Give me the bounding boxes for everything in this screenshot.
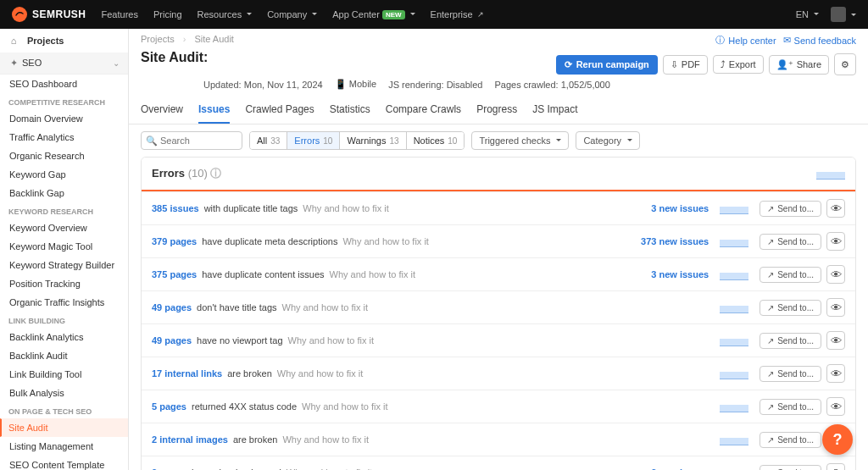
send-to-button[interactable]: ↗Send to...	[760, 234, 821, 250]
send-to-button[interactable]: ↗Send to...	[760, 432, 821, 448]
table-row: 17 internal linksare brokenWhy and how t…	[142, 357, 855, 390]
tab-issues[interactable]: Issues	[198, 97, 230, 124]
issue-link[interactable]: 375 pages	[152, 269, 197, 279]
why-fix-link[interactable]: Why and how to fix it	[302, 401, 388, 412]
topnav-resources[interactable]: Resources	[198, 9, 253, 19]
send-to-button[interactable]: ↗Send to...	[760, 300, 821, 316]
user-menu[interactable]	[831, 7, 856, 22]
hide-button[interactable]: 👁	[826, 463, 845, 470]
help-center-link[interactable]: ⓘHelp center	[715, 34, 776, 47]
issue-link[interactable]: 385 issues	[152, 203, 199, 213]
sidebar-item-seo-dashboard[interactable]: SEO Dashboard	[0, 75, 128, 93]
hide-button[interactable]: 👁	[826, 232, 845, 251]
sidebar-item-bulk-analysis[interactable]: Bulk Analysis	[0, 384, 128, 402]
issue-link[interactable]: 49 pages	[152, 302, 192, 312]
new-badge: NEW	[382, 10, 405, 19]
crawled-label: Pages crawled: 1,052/5,000	[494, 80, 609, 90]
eye-icon: 👁	[831, 368, 842, 380]
rerun-campaign-button[interactable]: ⟳Rerun campaign	[556, 55, 658, 75]
tab-overview[interactable]: Overview	[141, 97, 183, 124]
lang-select[interactable]: EN	[796, 9, 819, 19]
sidebar-item-keyword-overview[interactable]: Keyword Overview	[0, 218, 128, 237]
filter-pill-notices[interactable]: Notices10	[407, 132, 465, 149]
topnav-pricing[interactable]: Pricing	[153, 9, 182, 19]
topnav-features[interactable]: Features	[102, 9, 138, 19]
help-fab[interactable]: ?	[822, 424, 853, 455]
why-fix-link[interactable]: Why and how to fix it	[282, 434, 369, 445]
send-to-button[interactable]: ↗Send to...	[760, 267, 821, 283]
sidebar-item-keyword-strategy-builder[interactable]: Keyword Strategy Builder	[0, 256, 128, 274]
category-dropdown[interactable]: Category	[576, 131, 640, 150]
tab-compare-crawls[interactable]: Compare Crawls	[386, 97, 461, 124]
sidebar-item-listing-management[interactable]: Listing Management	[0, 437, 128, 456]
filter-pill-warnings[interactable]: Warnings13	[340, 132, 406, 149]
issue-link[interactable]: 49 pages	[152, 335, 192, 346]
filter-pill-all[interactable]: All33	[250, 132, 287, 149]
issue-link[interactable]: 2 internal images	[152, 434, 228, 445]
sidebar-item-traffic-analytics[interactable]: Traffic Analytics	[0, 128, 128, 147]
send-to-button[interactable]: ↗Send to...	[760, 366, 821, 382]
topnav-company[interactable]: Company	[267, 9, 317, 19]
sidebar-item-backlink-analytics[interactable]: Backlink Analytics	[0, 328, 128, 346]
export-button[interactable]: ⤴Export	[713, 55, 764, 74]
sidebar-item-keyword-magic-tool[interactable]: Keyword Magic Tool	[0, 237, 128, 256]
table-row: 2 pageshave slow load speedWhy and how t…	[142, 456, 855, 470]
sidebar-section-seo[interactable]: ✦SEO ⌄	[0, 53, 128, 75]
send-feedback-link[interactable]: ✉Send feedback	[783, 35, 856, 46]
header-actions: ⟳Rerun campaign ⇩PDF ⤴Export 👤⁺Share ⚙	[556, 50, 856, 75]
send-to-button[interactable]: ↗Send to...	[760, 399, 821, 415]
sidebar-item-site-audit[interactable]: Site Audit	[0, 418, 128, 437]
sidebar-projects[interactable]: ⌂ Projects	[0, 29, 128, 53]
question-icon: ?	[833, 431, 843, 449]
tab-progress[interactable]: Progress	[476, 97, 517, 124]
sidebar-item-backlink-gap[interactable]: Backlink Gap	[0, 184, 128, 202]
sidebar-item-domain-overview[interactable]: Domain Overview	[0, 109, 128, 128]
topnav-app-center[interactable]: App CenterNEW	[332, 9, 415, 19]
hide-button[interactable]: 👁	[826, 265, 845, 284]
why-fix-link[interactable]: Why and how to fix it	[342, 236, 429, 246]
why-fix-link[interactable]: Why and how to fix it	[288, 335, 375, 346]
sidebar-item-backlink-audit[interactable]: Backlink Audit	[0, 346, 128, 365]
why-fix-link[interactable]: Why and how to fix it	[303, 203, 389, 213]
info-icon[interactable]: ⓘ	[210, 167, 221, 180]
breadcrumb-site-audit[interactable]: Site Audit	[194, 34, 233, 44]
why-fix-link[interactable]: Why and how to fix it	[277, 368, 364, 379]
info-icon: ⓘ	[715, 34, 725, 47]
table-row: 49 pageshave no viewport tagWhy and how …	[142, 323, 855, 357]
pdf-button[interactable]: ⇩PDF	[663, 55, 708, 75]
issue-link[interactable]: 379 pages	[152, 236, 197, 246]
hide-button[interactable]: 👁	[826, 397, 845, 416]
sidebar-item-organic-research[interactable]: Organic Research	[0, 147, 128, 165]
sidebar-item-position-tracking[interactable]: Position Tracking	[0, 274, 128, 293]
why-fix-link[interactable]: Why and how to fix it	[330, 269, 416, 279]
send-to-button[interactable]: ↗Send to...	[760, 333, 821, 349]
sidebar-item-keyword-gap[interactable]: Keyword Gap	[0, 165, 128, 184]
why-fix-link[interactable]: Why and how to fix it	[282, 302, 369, 312]
hide-button[interactable]: 👁	[826, 331, 845, 350]
sidebar-item-link-building-tool[interactable]: Link Building Tool	[0, 365, 128, 384]
breadcrumb-projects[interactable]: Projects	[141, 34, 175, 44]
brand-text: SEMRUSH	[32, 8, 86, 20]
settings-button[interactable]: ⚙	[834, 53, 856, 75]
brand-logo[interactable]: SEMRUSH	[12, 7, 86, 22]
tab-crawled-pages[interactable]: Crawled Pages	[245, 97, 314, 124]
sparkline	[720, 434, 748, 445]
tab-js-impact[interactable]: JS Impact	[532, 97, 577, 124]
hide-button[interactable]: 👁	[826, 199, 845, 218]
table-count: (10)	[188, 167, 208, 180]
triggered-checks-dropdown[interactable]: Triggered checks	[471, 131, 569, 150]
brand-icon	[12, 7, 27, 22]
tab-statistics[interactable]: Statistics	[330, 97, 370, 124]
filter-pill-errors[interactable]: Errors10	[287, 132, 340, 149]
share-button[interactable]: 👤⁺Share	[769, 55, 829, 75]
sidebar-item-seo-content-template[interactable]: SEO Content Template	[0, 456, 128, 470]
sidebar-item-organic-traffic-insights[interactable]: Organic Traffic Insights	[0, 293, 128, 312]
issue-link[interactable]: 17 internal links	[152, 368, 222, 379]
hide-button[interactable]: 👁	[826, 298, 845, 317]
page-title: Site Audit:	[141, 50, 208, 65]
hide-button[interactable]: 👁	[826, 364, 845, 383]
send-to-button[interactable]: ↗Send to...	[760, 465, 821, 471]
send-to-button[interactable]: ↗Send to...	[760, 201, 821, 217]
issue-link[interactable]: 5 pages	[152, 401, 186, 412]
topnav-enterprise[interactable]: Enterprise	[431, 9, 484, 19]
